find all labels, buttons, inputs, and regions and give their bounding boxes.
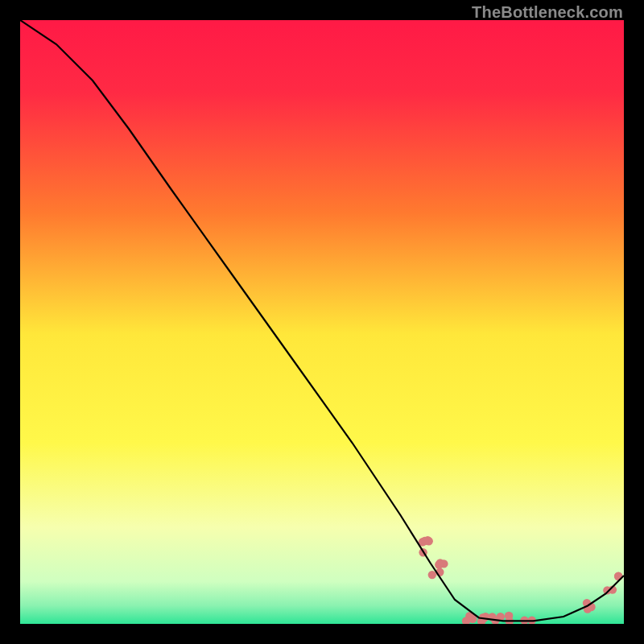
data-point <box>428 571 436 579</box>
bottleneck-curve-chart <box>20 20 624 624</box>
data-point <box>421 537 429 545</box>
plot-area <box>20 20 624 624</box>
data-point <box>435 560 443 568</box>
gradient-background <box>20 20 624 624</box>
attribution-label: TheBottleneck.com <box>472 3 623 22</box>
data-point <box>505 612 513 620</box>
chart-frame: TheBottleneck.com <box>0 0 644 644</box>
